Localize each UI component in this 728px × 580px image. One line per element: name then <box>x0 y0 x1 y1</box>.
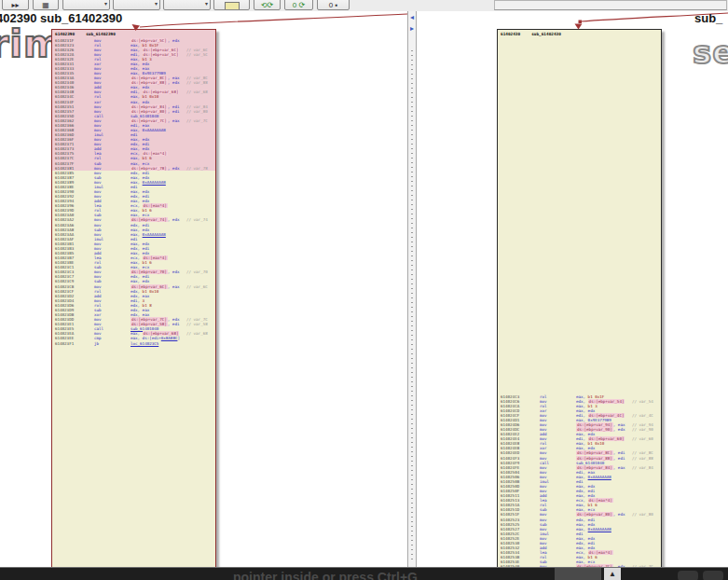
toast-secondary-box <box>555 568 601 580</box>
primary-function-title: 402390 sub_61402390 <box>0 11 122 25</box>
secondary-graph-panel[interactable]: secondary sub_ 61402430sub_61402430 6140… <box>417 11 728 567</box>
block-empty-area <box>498 38 661 394</box>
layout-tool-button[interactable]: ▦ <box>33 0 59 10</box>
panel-splitter[interactable]: ◂ ▸ <box>407 11 417 567</box>
secondary-function-title: sub_ <box>694 11 722 25</box>
edge-bend-marker <box>579 21 583 24</box>
block-address: 61402390 <box>55 32 75 36</box>
splitter-collapse-left-button[interactable]: ◂ <box>408 13 416 21</box>
save-diff-button[interactable]: 0 ▪ <box>317 0 350 10</box>
chevron-down-icon: ▾ <box>104 0 107 8</box>
zoom-combo[interactable]: ▾ <box>62 0 110 10</box>
block-address: 61402430 <box>501 32 520 36</box>
instruction-rows: 614024C3roleax, b1 0x1F614024C6movedx, d… <box>498 394 661 568</box>
graph-edge <box>140 14 407 27</box>
bottom-toast-bar: pointer inside or press Ctrl+G ▲ <box>0 567 728 580</box>
toolbar-right-pane <box>494 0 727 10</box>
block-icon <box>225 2 240 10</box>
block-function-name: sub_61402430 <box>531 32 561 36</box>
graph-combo[interactable]: ▾ <box>163 0 211 10</box>
sync-icon: ⟲⟳ <box>261 1 273 10</box>
block-view-button[interactable] <box>213 0 250 10</box>
sync-views-button[interactable]: ⟲⟳ <box>254 0 281 10</box>
block-header: 61402390sub_61402390 <box>52 30 215 38</box>
cursor-icon: ▸▸ <box>11 1 19 10</box>
toast-icon-left[interactable] <box>678 571 698 580</box>
chevron-down-icon: ▾ <box>205 0 208 8</box>
primary-graph-panel[interactable]: primary 402390 sub_61402390 61402390sub_… <box>0 11 407 567</box>
scroll-up-button[interactable]: ▲ <box>604 568 621 580</box>
layout-icon: ▦ <box>42 1 49 10</box>
basic-block-primary[interactable]: 61402390sub_61402390 6140231Fmovds:[ebp+… <box>51 29 216 567</box>
toast-icon-right[interactable] <box>703 571 723 580</box>
basic-block-secondary[interactable]: 61402430sub_61402430 614024C3roleax, b1 … <box>497 29 662 567</box>
bindiff-flowgraph-window: ▸▸ ▦ ▾ ▾ ▾ ⟲⟳ 0 ⟳ 0 ▪ primary 402390 sub… <box>0 0 728 580</box>
instruction-mnemonic: jb <box>94 341 99 346</box>
secondary-watermark: secondary <box>693 34 728 71</box>
refresh-icon: 0 ⟳ <box>293 1 305 10</box>
toast-message: pointer inside or press Ctrl+G <box>233 570 418 580</box>
instruction-operands: loc_614023C5 <box>130 341 158 346</box>
instruction-row: 614023F1jbloc_614023C5 <box>52 341 215 346</box>
select-tool-button[interactable]: ▸▸ <box>2 0 29 10</box>
back-diff-button[interactable]: 0 ⟳ <box>284 0 313 10</box>
instruction-address: 614023F1 <box>55 341 74 346</box>
chevron-down-icon: ▾ <box>155 0 158 8</box>
view-combo[interactable]: ▾ <box>113 0 160 10</box>
block-header: 61402430sub_61402430 <box>498 30 661 38</box>
splitter-grip <box>411 50 413 563</box>
instruction-rows: 6140231Fmovds:[ebp+var_5C], edx61402323r… <box>52 38 215 346</box>
splitter-collapse-right-button[interactable]: ▸ <box>408 24 416 33</box>
save-icon: 0 ▪ <box>329 1 338 10</box>
block-function-name: sub_61402390 <box>86 32 116 36</box>
